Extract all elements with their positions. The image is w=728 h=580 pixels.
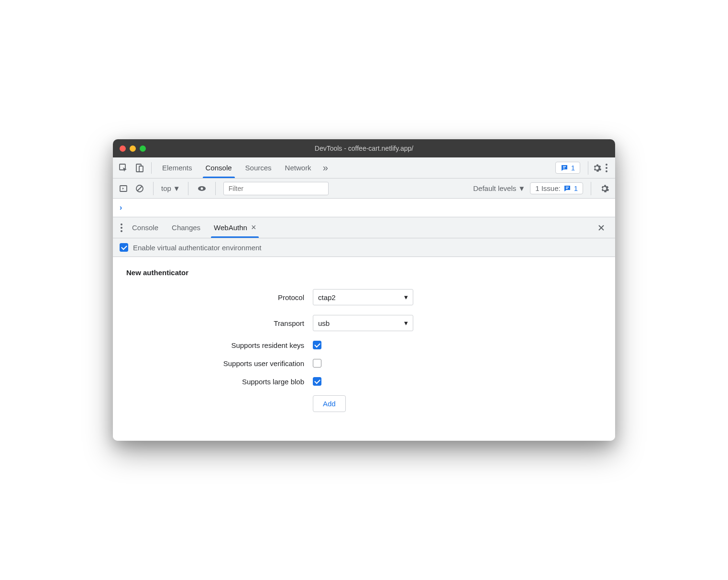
chevron-down-icon: ▾	[404, 293, 408, 301]
protocol-label: Protocol	[126, 293, 313, 301]
section-title: New authenticator	[126, 268, 602, 277]
console-body[interactable]: ›	[113, 199, 615, 217]
issues-button[interactable]: 1 Issue: 1	[530, 182, 583, 194]
svg-rect-2	[139, 166, 143, 172]
context-selector[interactable]: top ▼	[161, 184, 180, 192]
enable-env-checkbox[interactable]	[120, 243, 128, 252]
drawer-tabs: Console Changes WebAuthn ×	[113, 217, 615, 238]
enable-env-row: Enable virtual authenticator environment	[113, 238, 615, 257]
divider	[188, 182, 188, 195]
divider	[588, 161, 588, 175]
issues-label: 1 Issue:	[535, 184, 561, 192]
live-expression-icon[interactable]	[196, 183, 208, 194]
drawer-tab-webauthn[interactable]: WebAuthn ×	[207, 217, 263, 238]
svg-point-6	[200, 187, 203, 190]
context-label: top	[161, 184, 171, 192]
transport-label: Transport	[126, 319, 313, 327]
drawer-tab-webauthn-label: WebAuthn	[214, 223, 247, 232]
main-tabs: Elements Console Sources Network » 1	[113, 157, 615, 178]
large-blob-row: Supports large blob	[126, 377, 602, 386]
console-prompt-icon: ›	[120, 203, 122, 212]
settings-icon[interactable]	[591, 162, 603, 174]
tab-console[interactable]: Console	[199, 157, 239, 178]
close-drawer-icon[interactable]	[592, 223, 610, 232]
toggle-console-sidebar-icon[interactable]	[118, 183, 129, 194]
resident-keys-row: Supports resident keys	[126, 341, 602, 349]
resident-keys-checkbox[interactable]	[313, 341, 321, 349]
divider	[215, 182, 216, 195]
transport-value: usb	[318, 319, 330, 327]
more-tabs-icon[interactable]: »	[318, 162, 333, 173]
levels-label: Default levels	[473, 184, 516, 192]
close-window-button[interactable]	[120, 145, 126, 152]
maximize-window-button[interactable]	[140, 145, 146, 152]
protocol-value: ctap2	[318, 293, 336, 301]
resident-keys-label: Supports resident keys	[126, 341, 313, 349]
minimize-window-button[interactable]	[130, 145, 136, 152]
device-toggle-icon[interactable]	[134, 162, 145, 174]
drawer-tab-changes[interactable]: Changes	[165, 217, 207, 238]
protocol-select[interactable]: ctap2 ▾	[313, 289, 413, 305]
message-icon	[563, 185, 571, 192]
tab-elements[interactable]: Elements	[155, 157, 199, 178]
titlebar: DevTools - coffee-cart.netlify.app/	[113, 139, 615, 157]
more-menu-icon[interactable]	[603, 164, 610, 172]
main-tab-icons	[118, 162, 152, 174]
console-settings-icon[interactable]	[599, 183, 610, 194]
inspect-element-icon[interactable]	[118, 162, 129, 174]
webauthn-panel: New authenticator Protocol ctap2 ▾ Trans…	[113, 257, 615, 441]
transport-row: Transport usb ▾	[126, 315, 602, 331]
console-toolbar: top ▼ Default levels ▼ 1 Issue: 1	[113, 178, 615, 199]
window-title: DevTools - coffee-cart.netlify.app/	[315, 145, 413, 152]
close-tab-icon[interactable]: ×	[251, 223, 256, 233]
transport-select[interactable]: usb ▾	[313, 315, 413, 331]
user-verification-row: Supports user verification	[126, 359, 602, 368]
divider	[153, 182, 154, 195]
tab-network[interactable]: Network	[278, 157, 318, 178]
user-verification-checkbox[interactable]	[313, 359, 321, 368]
devtools-window: DevTools - coffee-cart.netlify.app/ Elem…	[113, 139, 615, 441]
filter-input[interactable]	[223, 182, 329, 195]
clear-console-icon[interactable]	[134, 183, 145, 194]
issues-badge[interactable]: 1	[555, 162, 580, 174]
message-icon	[561, 164, 568, 172]
log-levels-selector[interactable]: Default levels ▼	[473, 184, 525, 192]
issues-badge-count: 1	[571, 164, 575, 172]
protocol-row: Protocol ctap2 ▾	[126, 289, 602, 305]
issues-count: 1	[574, 184, 578, 192]
user-verification-label: Supports user verification	[126, 359, 313, 368]
chevron-down-icon: ▾	[404, 319, 408, 327]
add-row: Add	[126, 395, 602, 412]
traffic-lights	[120, 145, 146, 152]
enable-env-label: Enable virtual authenticator environment	[133, 244, 262, 252]
tab-sources[interactable]: Sources	[239, 157, 278, 178]
add-button[interactable]: Add	[313, 395, 346, 412]
chevron-down-icon: ▼	[518, 184, 525, 192]
drawer-more-icon[interactable]	[118, 223, 125, 232]
divider	[591, 182, 591, 195]
drawer-tab-console[interactable]: Console	[125, 217, 165, 238]
large-blob-label: Supports large blob	[126, 378, 313, 386]
chevron-down-icon: ▼	[173, 184, 180, 192]
large-blob-checkbox[interactable]	[313, 377, 321, 386]
